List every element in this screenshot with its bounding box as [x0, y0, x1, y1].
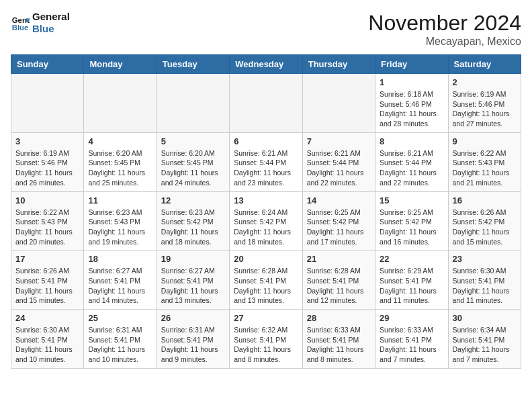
- calendar-header-row: SundayMondayTuesdayWednesdayThursdayFrid…: [11, 55, 521, 74]
- day-info: Sunrise: 6:27 AMSunset: 5:41 PMDaylight:…: [88, 266, 152, 306]
- day-number: 11: [88, 195, 152, 205]
- calendar-day-2: 2Sunrise: 6:19 AMSunset: 5:46 PMDaylight…: [448, 74, 521, 133]
- day-number: 1: [380, 77, 443, 87]
- calendar-day-11: 11Sunrise: 6:23 AMSunset: 5:43 PMDayligh…: [84, 191, 157, 250]
- day-info: Sunrise: 6:21 AMSunset: 5:44 PMDaylight:…: [234, 148, 298, 188]
- calendar-day-22: 22Sunrise: 6:29 AMSunset: 5:41 PMDayligh…: [375, 250, 448, 310]
- weekday-header-tuesday: Tuesday: [157, 55, 229, 74]
- calendar-day-14: 14Sunrise: 6:25 AMSunset: 5:42 PMDayligh…: [302, 191, 375, 250]
- title-area: November 2024 Mecayapan, Mexico: [368, 11, 521, 48]
- calendar-day-20: 20Sunrise: 6:28 AMSunset: 5:41 PMDayligh…: [230, 250, 302, 310]
- day-info: Sunrise: 6:20 AMSunset: 5:45 PMDaylight:…: [88, 148, 152, 188]
- calendar-day-5: 5Sunrise: 6:20 AMSunset: 5:45 PMDaylight…: [157, 132, 229, 191]
- calendar-day-13: 13Sunrise: 6:24 AMSunset: 5:42 PMDayligh…: [230, 191, 302, 250]
- day-info: Sunrise: 6:30 AMSunset: 5:41 PMDaylight:…: [15, 325, 79, 365]
- day-number: 16: [453, 195, 517, 205]
- day-number: 6: [234, 136, 298, 146]
- day-info: Sunrise: 6:21 AMSunset: 5:44 PMDaylight:…: [380, 148, 443, 188]
- day-info: Sunrise: 6:29 AMSunset: 5:41 PMDaylight:…: [380, 266, 443, 306]
- calendar-day-30: 30Sunrise: 6:34 AMSunset: 5:41 PMDayligh…: [448, 310, 521, 369]
- calendar-day-24: 24Sunrise: 6:30 AMSunset: 5:41 PMDayligh…: [11, 310, 84, 369]
- calendar-day-8: 8Sunrise: 6:21 AMSunset: 5:44 PMDaylight…: [375, 132, 448, 191]
- day-number: 3: [15, 136, 79, 146]
- day-info: Sunrise: 6:24 AMSunset: 5:42 PMDaylight:…: [234, 208, 298, 247]
- day-info: Sunrise: 6:19 AMSunset: 5:46 PMDaylight:…: [15, 148, 79, 188]
- page-subtitle: Mecayapan, Mexico: [368, 36, 521, 48]
- day-number: 19: [161, 254, 225, 264]
- day-number: 28: [307, 313, 371, 323]
- day-info: Sunrise: 6:33 AMSunset: 5:41 PMDaylight:…: [380, 325, 443, 365]
- calendar-day-28: 28Sunrise: 6:33 AMSunset: 5:41 PMDayligh…: [302, 310, 375, 369]
- day-info: Sunrise: 6:27 AMSunset: 5:41 PMDaylight:…: [161, 266, 225, 306]
- day-info: Sunrise: 6:28 AMSunset: 5:41 PMDaylight:…: [234, 266, 298, 306]
- day-info: Sunrise: 6:22 AMSunset: 5:43 PMDaylight:…: [15, 208, 79, 247]
- weekday-header-thursday: Thursday: [302, 55, 375, 74]
- logo-blue: Blue: [32, 23, 70, 35]
- calendar-week-2: 3Sunrise: 6:19 AMSunset: 5:46 PMDaylight…: [11, 132, 521, 191]
- day-number: 17: [15, 254, 79, 264]
- day-number: 27: [234, 313, 298, 323]
- calendar-empty-cell: [11, 74, 84, 133]
- calendar-day-26: 26Sunrise: 6:31 AMSunset: 5:41 PMDayligh…: [157, 310, 229, 369]
- day-number: 26: [161, 313, 225, 323]
- calendar-day-9: 9Sunrise: 6:22 AMSunset: 5:43 PMDaylight…: [448, 132, 521, 191]
- calendar-day-10: 10Sunrise: 6:22 AMSunset: 5:43 PMDayligh…: [11, 191, 84, 250]
- day-info: Sunrise: 6:23 AMSunset: 5:42 PMDaylight:…: [161, 208, 225, 247]
- weekday-header-friday: Friday: [375, 55, 448, 74]
- day-info: Sunrise: 6:26 AMSunset: 5:42 PMDaylight:…: [453, 208, 517, 247]
- weekday-header-monday: Monday: [84, 55, 157, 74]
- calendar-day-29: 29Sunrise: 6:33 AMSunset: 5:41 PMDayligh…: [375, 310, 448, 369]
- calendar-day-17: 17Sunrise: 6:26 AMSunset: 5:41 PMDayligh…: [11, 250, 84, 310]
- day-number: 21: [307, 254, 371, 264]
- calendar-day-25: 25Sunrise: 6:31 AMSunset: 5:41 PMDayligh…: [84, 310, 157, 369]
- weekday-header-saturday: Saturday: [448, 55, 521, 74]
- day-number: 8: [380, 136, 443, 146]
- calendar-week-3: 10Sunrise: 6:22 AMSunset: 5:43 PMDayligh…: [11, 191, 521, 250]
- day-number: 23: [453, 254, 517, 264]
- calendar-day-16: 16Sunrise: 6:26 AMSunset: 5:42 PMDayligh…: [448, 191, 521, 250]
- day-info: Sunrise: 6:31 AMSunset: 5:41 PMDaylight:…: [88, 325, 152, 365]
- calendar-day-7: 7Sunrise: 6:21 AMSunset: 5:44 PMDaylight…: [302, 132, 375, 191]
- day-number: 20: [234, 254, 298, 264]
- calendar-day-12: 12Sunrise: 6:23 AMSunset: 5:42 PMDayligh…: [157, 191, 229, 250]
- day-number: 5: [161, 136, 225, 146]
- calendar-day-15: 15Sunrise: 6:25 AMSunset: 5:42 PMDayligh…: [375, 191, 448, 250]
- day-info: Sunrise: 6:21 AMSunset: 5:44 PMDaylight:…: [307, 148, 371, 188]
- day-info: Sunrise: 6:33 AMSunset: 5:41 PMDaylight:…: [307, 325, 371, 365]
- day-info: Sunrise: 6:28 AMSunset: 5:41 PMDaylight:…: [307, 266, 371, 306]
- calendar-empty-cell: [84, 74, 157, 133]
- day-number: 15: [380, 195, 443, 205]
- day-info: Sunrise: 6:25 AMSunset: 5:42 PMDaylight:…: [307, 208, 371, 247]
- calendar-day-21: 21Sunrise: 6:28 AMSunset: 5:41 PMDayligh…: [302, 250, 375, 310]
- day-number: 24: [15, 313, 79, 323]
- day-number: 7: [307, 136, 371, 146]
- day-number: 22: [380, 254, 443, 264]
- header: General Blue General Blue November 2024 …: [11, 11, 521, 48]
- logo-general: General: [32, 11, 70, 23]
- day-number: 30: [453, 313, 517, 323]
- day-number: 18: [88, 254, 152, 264]
- calendar-day-4: 4Sunrise: 6:20 AMSunset: 5:45 PMDaylight…: [84, 132, 157, 191]
- day-number: 29: [380, 313, 443, 323]
- day-number: 12: [161, 195, 225, 205]
- day-info: Sunrise: 6:34 AMSunset: 5:41 PMDaylight:…: [453, 325, 517, 365]
- calendar-week-4: 17Sunrise: 6:26 AMSunset: 5:41 PMDayligh…: [11, 250, 521, 310]
- day-info: Sunrise: 6:26 AMSunset: 5:41 PMDaylight:…: [15, 266, 79, 306]
- calendar-day-18: 18Sunrise: 6:27 AMSunset: 5:41 PMDayligh…: [84, 250, 157, 310]
- calendar-day-23: 23Sunrise: 6:30 AMSunset: 5:41 PMDayligh…: [448, 250, 521, 310]
- calendar-week-1: 1Sunrise: 6:18 AMSunset: 5:46 PMDaylight…: [11, 74, 521, 133]
- calendar-day-6: 6Sunrise: 6:21 AMSunset: 5:44 PMDaylight…: [230, 132, 302, 191]
- calendar-day-3: 3Sunrise: 6:19 AMSunset: 5:46 PMDaylight…: [11, 132, 84, 191]
- day-number: 13: [234, 195, 298, 205]
- weekday-header-sunday: Sunday: [11, 55, 84, 74]
- calendar-day-19: 19Sunrise: 6:27 AMSunset: 5:41 PMDayligh…: [157, 250, 229, 310]
- calendar-empty-cell: [230, 74, 302, 133]
- calendar-week-5: 24Sunrise: 6:30 AMSunset: 5:41 PMDayligh…: [11, 310, 521, 369]
- day-info: Sunrise: 6:25 AMSunset: 5:42 PMDaylight:…: [380, 208, 443, 247]
- day-info: Sunrise: 6:18 AMSunset: 5:46 PMDaylight:…: [380, 89, 443, 129]
- day-number: 9: [453, 136, 517, 146]
- day-number: 4: [88, 136, 152, 146]
- svg-text:Blue: Blue: [12, 24, 29, 32]
- day-number: 2: [453, 77, 517, 87]
- logo: General Blue General Blue: [11, 11, 70, 35]
